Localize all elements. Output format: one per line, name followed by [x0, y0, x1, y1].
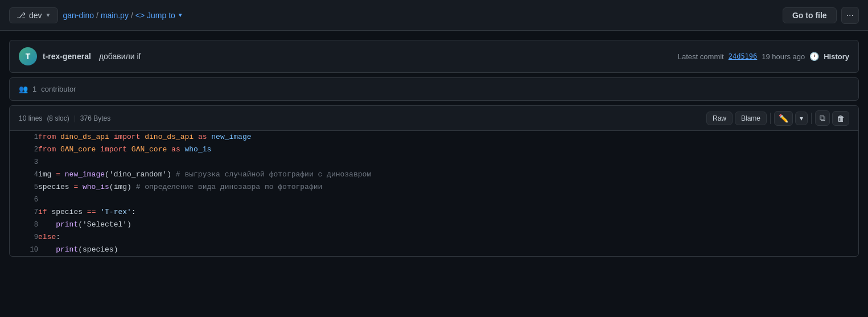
branch-label: dev [29, 11, 42, 20]
line-number: 3 [10, 156, 38, 168]
line-number: 4 [10, 168, 38, 181]
latest-commit-label: Latest commit [678, 52, 724, 61]
contributor-label: contributor [41, 85, 76, 93]
actions-divider2 [811, 113, 812, 124]
commit-username[interactable]: t-rex-general [43, 52, 91, 61]
history-link[interactable]: History [824, 52, 849, 61]
branch-button[interactable]: ⎇ dev ▼ [9, 7, 58, 23]
line-number: 5 [10, 181, 38, 194]
sep1: / [96, 11, 98, 20]
contributor-bar: 👥 1 contributor [9, 77, 859, 101]
commit-bar: T t-rex-general добавили if Latest commi… [9, 40, 859, 73]
delete-button[interactable]: 🗑 [832, 111, 849, 126]
repo-link[interactable]: gan-dino [63, 11, 94, 20]
top-bar: ⎇ dev ▼ gan-dino / main.py / <> Jump to … [0, 0, 868, 31]
line-number: 2 [10, 143, 38, 156]
more-options-button[interactable]: ··· [841, 7, 859, 24]
table-row: 5species = who_is(img) # определение вид… [10, 181, 858, 194]
table-row: 4img = new_image('dino_random') # выгруз… [10, 168, 858, 181]
table-row: 2from GAN_core import GAN_core as who_is [10, 143, 858, 156]
copy-button[interactable]: ⧉ [815, 110, 830, 126]
table-row: 9else: [10, 231, 858, 244]
more-file-button[interactable]: ▾ [795, 112, 808, 125]
branch-icon: ⎇ [17, 11, 26, 20]
table-row: 7if species == 'T-rex': [10, 206, 858, 219]
line-code [38, 194, 858, 206]
line-code [38, 156, 858, 168]
blame-button[interactable]: Blame [735, 112, 767, 125]
commit-hash[interactable]: 24d5196 [729, 52, 758, 60]
commit-message: добавили if [99, 52, 141, 61]
go-to-file-button[interactable]: Go to file [783, 7, 837, 23]
line-number: 10 [10, 244, 38, 256]
line-number: 9 [10, 231, 38, 244]
edit-button[interactable]: ✏️ [774, 111, 793, 126]
meta-sep: | [74, 114, 76, 122]
code-table: 1from dino_ds_api import dino_ds_api as … [10, 131, 858, 256]
code-header: 10 lines (8 sloc) | 376 Bytes Raw Blame … [10, 106, 858, 131]
line-code: print(species) [38, 244, 858, 256]
line-code: species = who_is(img) # определение вида… [38, 181, 858, 194]
table-row: 1from dino_ds_api import dino_ds_api as … [10, 131, 858, 143]
breadcrumb-section: ⎇ dev ▼ gan-dino / main.py / <> Jump to … [9, 7, 183, 23]
commit-info: T t-rex-general добавили if [19, 47, 141, 65]
line-code: print('Selectel') [38, 219, 858, 231]
line-code: from dino_ds_api import dino_ds_api as n… [38, 131, 858, 143]
lines-label: 10 lines [19, 114, 42, 122]
line-number: 6 [10, 194, 38, 206]
contributors-icon: 👥 [19, 85, 28, 93]
history-clock-icon: 🕐 [809, 52, 819, 61]
table-row: 3 [10, 156, 858, 168]
jumpto-chevron-icon: ▼ [178, 12, 183, 18]
line-number: 8 [10, 219, 38, 231]
sloc-label: (8 sloc) [47, 114, 69, 122]
line-code: if species == 'T-rex': [38, 206, 858, 219]
actions-divider [770, 113, 771, 124]
avatar: T [19, 47, 37, 65]
line-code: else: [38, 231, 858, 244]
raw-button[interactable]: Raw [706, 112, 733, 125]
code-meta: 10 lines (8 sloc) | 376 Bytes [19, 114, 110, 122]
file-link[interactable]: main.py [101, 11, 129, 20]
chevron-down-icon: ▼ [46, 12, 51, 18]
jumpto-label: <> Jump to [135, 11, 175, 20]
table-row: 6 [10, 194, 858, 206]
jump-to-button[interactable]: <> Jump to ▼ [135, 11, 183, 20]
breadcrumb: gan-dino / main.py / <> Jump to ▼ [63, 11, 183, 20]
code-actions: Raw Blame ✏️ ▾ ⧉ 🗑 [706, 110, 849, 126]
commit-time: 19 hours ago [762, 52, 805, 61]
commit-meta: Latest commit 24d5196 19 hours ago 🕐 His… [678, 52, 849, 61]
history-label: History [824, 52, 849, 61]
contributor-count: 1 [32, 85, 36, 93]
line-number: 1 [10, 131, 38, 143]
sep2: / [131, 11, 133, 20]
line-code: from GAN_core import GAN_core as who_is [38, 143, 858, 156]
table-row: 8 print('Selectel') [10, 219, 858, 231]
line-code: img = new_image('dino_random') # выгрузк… [38, 168, 858, 181]
line-number: 7 [10, 206, 38, 219]
size-label: 376 Bytes [80, 114, 110, 122]
top-bar-actions: Go to file ··· [783, 7, 859, 24]
table-row: 10 print(species) [10, 244, 858, 256]
code-viewer: 10 lines (8 sloc) | 376 Bytes Raw Blame … [9, 105, 859, 257]
